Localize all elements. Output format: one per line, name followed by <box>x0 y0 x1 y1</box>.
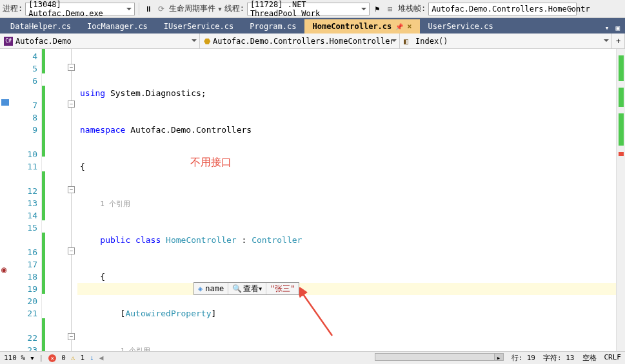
fold-icon[interactable]: − <box>68 247 75 254</box>
pin-icon[interactable]: 📌 <box>395 23 403 30</box>
nav-member[interactable]: ◧ Index() <box>400 34 612 48</box>
arrow-annotation <box>297 287 335 339</box>
nav-class[interactable]: ⬣ Autofac.Demo.Controllers.HomeControlle… <box>200 34 400 48</box>
stackframe-label: 堆栈帧: <box>398 3 426 14</box>
nav-plus[interactable]: + <box>612 34 625 48</box>
editor-tabs: DataHelper.cs IocManager.cs IUserService… <box>0 18 625 34</box>
thread-label: 线程: <box>224 3 244 14</box>
error-icon[interactable]: ✕ <box>48 354 56 362</box>
codelens-references[interactable]: 1 个引用 <box>100 200 130 208</box>
fold-icon[interactable]: − <box>68 64 75 71</box>
annotation-text: 不用接口 <box>190 156 232 168</box>
tab-homecontroller[interactable]: HomeController.cs📌× <box>304 19 419 34</box>
view-dropdown[interactable]: 🔍查看 ▼ <box>228 283 266 294</box>
csharp-icon: C# <box>4 37 13 46</box>
navigation-bar: C# Autofac.Demo ⬣ Autofac.Demo.Controlle… <box>0 34 625 49</box>
fold-icon[interactable]: − <box>68 333 75 340</box>
debug-tooltip[interactable]: ◈name 🔍查看 ▼ "张三" <box>193 282 299 295</box>
fold-icon[interactable]: − <box>68 186 75 193</box>
stackframe-dropdown[interactable]: Autofac.Demo.Controllers.HomeContr <box>428 3 577 15</box>
flag-icon[interactable]: ⚑ <box>372 4 382 14</box>
line-numbers: 456789101112131415161718192021222324 <box>13 49 42 351</box>
process-dropdown[interactable]: [13048] Autofac.Demo.exe <box>25 3 135 15</box>
fold-icon[interactable]: − <box>68 101 75 108</box>
tab-userservice[interactable]: UserService.cs <box>421 19 501 34</box>
code-area[interactable]: using System.Diagnostics; namespace Auto… <box>77 49 616 351</box>
close-icon[interactable]: × <box>407 22 412 31</box>
tab-iocmanager[interactable]: IocManager.cs <box>79 19 155 34</box>
tab-overflow-icon[interactable]: ▾ <box>602 23 612 34</box>
tab-window-icon[interactable]: ▣ <box>613 23 622 34</box>
nav-icon[interactable]: ⊞ <box>385 4 395 14</box>
code-editor[interactable]: ◉ 456789101112131415161718192021222324 −… <box>0 49 625 351</box>
lifecycle-label: 生命周期事件 <box>169 3 215 14</box>
tab-datahelper[interactable]: DataHelper.cs <box>3 19 79 34</box>
bookmark-icon[interactable] <box>1 99 9 106</box>
thread-dropdown[interactable]: [11728] .NET ThreadPool Work <box>247 3 370 15</box>
tab-program[interactable]: Program.cs <box>242 19 304 34</box>
pause-icon[interactable]: ⏸ <box>143 4 154 14</box>
class-icon: ⬣ <box>204 37 210 46</box>
cycle-icon[interactable]: ⟳ <box>156 4 166 14</box>
tab-iuserservice[interactable]: IUserService.cs <box>156 19 241 34</box>
method-icon: ◧ <box>404 37 413 46</box>
scrollbar-h[interactable]: ▸ <box>375 353 504 361</box>
zoom-level[interactable]: 110 % <box>4 354 25 362</box>
debug-toolbar: 进程: [13048] Autofac.Demo.exe ⏸ ⟳ 生命周期事件 … <box>0 0 625 18</box>
svg-line-0 <box>302 292 332 336</box>
breakpoint-arrow-icon[interactable]: ◉ <box>1 264 6 274</box>
code-margin: − − − − − <box>42 49 77 351</box>
status-bar: 110 % ▼ | ✕0 ⚠1 ↓ ◀ ▸ 行: 19 字符: 13 空格 CR… <box>0 351 625 364</box>
warning-icon[interactable]: ⚠ <box>71 354 75 362</box>
process-label: 进程: <box>3 3 23 14</box>
nav-project[interactable]: C# Autofac.Demo <box>0 34 200 48</box>
overview-ruler[interactable] <box>616 49 625 351</box>
variable-icon: ◈ <box>198 283 203 295</box>
